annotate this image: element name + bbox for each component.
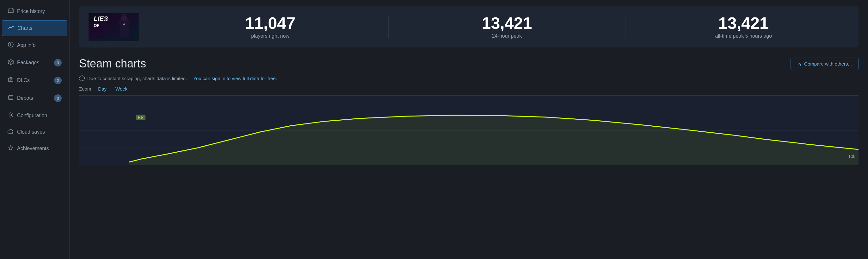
charts-title: Steam charts bbox=[79, 57, 146, 70]
stats-bar: LIES P OF 11,047 players bbox=[79, 6, 859, 48]
chart-10k-label: 10k bbox=[848, 154, 855, 159]
cloud-saves-icon bbox=[8, 129, 14, 135]
stat-label-players: players right now bbox=[251, 33, 289, 39]
zoom-day-button[interactable]: Day bbox=[96, 85, 108, 92]
svg-point-14 bbox=[10, 114, 12, 116]
svg-point-22 bbox=[123, 23, 125, 25]
app-info-icon bbox=[8, 42, 14, 49]
zoom-controls: Zoom Day Week bbox=[79, 85, 859, 92]
sidebar-item-depots[interactable]: Depots 3 bbox=[2, 90, 67, 106]
price-history-icon bbox=[8, 8, 14, 15]
configuration-icon bbox=[8, 112, 14, 119]
sidebar-item-achievements[interactable]: Achievements bbox=[2, 141, 67, 156]
svg-point-10 bbox=[10, 79, 11, 80]
stat-divider-1 bbox=[152, 16, 152, 38]
stat-number-alltime: 13,421 bbox=[718, 15, 769, 31]
svg-line-8 bbox=[8, 61, 11, 62]
sidebar-item-price-history[interactable]: Price history bbox=[2, 4, 67, 19]
sidebar-item-dlcs[interactable]: DLCs 2 bbox=[2, 72, 67, 89]
sidebar-label-cloud-saves: Cloud saves bbox=[17, 129, 45, 135]
stat-players-now: 11,047 players right now bbox=[165, 15, 376, 39]
compare-button[interactable]: ⅓ Compare with others... bbox=[790, 58, 859, 70]
svg-point-6 bbox=[10, 44, 11, 44]
compare-icon: ⅓ bbox=[797, 61, 802, 66]
sidebar-item-packages[interactable]: Packages 3 bbox=[2, 54, 67, 71]
dlcs-badge: 2 bbox=[54, 77, 62, 84]
stat-divider-3 bbox=[625, 16, 625, 38]
sidebar-label-packages: Packages bbox=[17, 60, 39, 65]
sidebar-label-app-info: App info bbox=[17, 42, 36, 48]
svg-line-9 bbox=[11, 61, 13, 62]
sidebar-item-charts[interactable]: Charts bbox=[2, 20, 67, 36]
sidebar-label-charts: Charts bbox=[18, 25, 32, 31]
scraping-notice: Due to constant scraping, charts data is… bbox=[79, 75, 859, 81]
charts-icon bbox=[8, 25, 14, 31]
charts-section: Steam charts ⅓ Compare with others... Du… bbox=[79, 57, 859, 165]
zoom-week-button[interactable]: Week bbox=[114, 85, 129, 92]
sidebar-label-achievements: Achievements bbox=[17, 146, 49, 151]
notice-loading-icon bbox=[79, 75, 85, 81]
depots-icon bbox=[8, 95, 14, 102]
svg-text:P: P bbox=[105, 17, 108, 22]
chart-svg bbox=[79, 96, 859, 165]
achievements-icon bbox=[8, 145, 14, 152]
rel-badge: Rel bbox=[136, 115, 146, 120]
main-content: LIES P OF 11,047 players bbox=[69, 0, 868, 259]
sidebar: Price history Charts App info bbox=[0, 0, 69, 259]
sign-in-link[interactable]: You can sign in to view full data for fr… bbox=[193, 76, 277, 81]
stat-peak-24h: 13,421 24-hour peak bbox=[401, 15, 612, 39]
stat-number-24h: 13,421 bbox=[482, 15, 532, 31]
svg-text:OF: OF bbox=[94, 23, 99, 28]
stat-alltime-peak: 13,421 all-time peak 5 hours ago bbox=[638, 15, 849, 39]
packages-icon bbox=[8, 59, 14, 66]
sidebar-label-configuration: Configuration bbox=[17, 113, 47, 118]
sidebar-label-depots: Depots bbox=[17, 95, 33, 101]
packages-badge: 3 bbox=[54, 59, 62, 66]
chart-area: Rel 10k bbox=[79, 96, 859, 165]
svg-point-20 bbox=[121, 13, 127, 21]
stat-number-players: 11,047 bbox=[245, 15, 295, 31]
sidebar-item-app-info[interactable]: App info bbox=[2, 37, 67, 53]
sidebar-item-configuration[interactable]: Configuration bbox=[2, 108, 67, 123]
stat-divider-2 bbox=[388, 16, 389, 38]
stat-label-alltime: all-time peak 5 hours ago bbox=[715, 33, 772, 39]
compare-button-label: Compare with others... bbox=[804, 61, 852, 66]
stat-label-24h: 24-hour peak bbox=[492, 33, 522, 39]
dlcs-icon bbox=[8, 77, 14, 84]
depots-badge: 3 bbox=[54, 94, 62, 102]
game-cover-image: LIES P OF bbox=[89, 13, 139, 41]
svg-rect-11 bbox=[8, 96, 13, 99]
scraping-text: Due to constant scraping, charts data is… bbox=[87, 76, 187, 81]
charts-header: Steam charts ⅓ Compare with others... bbox=[79, 57, 859, 70]
sidebar-label-dlcs: DLCs bbox=[17, 78, 30, 83]
zoom-label: Zoom bbox=[79, 86, 91, 91]
sidebar-label-price-history: Price history bbox=[17, 8, 45, 14]
sidebar-item-cloud-saves[interactable]: Cloud saves bbox=[2, 125, 67, 139]
